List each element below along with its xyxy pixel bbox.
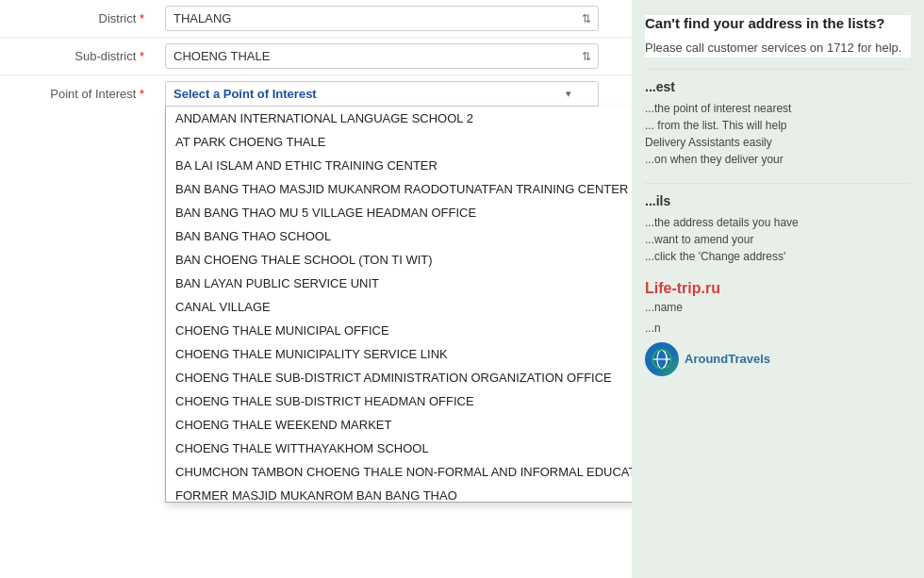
- poi-list-item[interactable]: CHOENG THALE SUB-DISTRICT HEADMAN OFFICE: [166, 389, 632, 413]
- poi-list-item[interactable]: BAN BANG THAO MASJID MUKANROM RAODOTUNAT…: [166, 177, 632, 201]
- poi-list-item[interactable]: CHOENG THALE SUB-DISTRICT ADMINISTRATION…: [166, 366, 632, 389]
- cant-find-title: Can't find your address in the lists?: [645, 15, 911, 31]
- poi-list-item[interactable]: CHOENG THALE MUNICIPALITY SERVICE LINK: [166, 342, 632, 366]
- district-field: THALANG ⇅: [156, 6, 632, 31]
- address-details-text: ...the address details you have ...want …: [645, 214, 911, 265]
- poi-help-text: ...the point of interest nearest ... fro…: [645, 100, 911, 168]
- cant-find-box: Can't find your address in the lists? Pl…: [645, 15, 911, 58]
- divider-1: [645, 69, 911, 70]
- poi-list-item[interactable]: BAN BANG THAO MU 5 VILLAGE HEADMAN OFFIC…: [166, 201, 632, 224]
- cant-find-text: Please call customer services on 1712 fo…: [645, 39, 911, 58]
- bottom-label: ...name: [645, 301, 911, 314]
- around-logo-icon: [651, 348, 673, 371]
- poi-help-title: ...est: [645, 79, 911, 94]
- left-panel: District * THALANG ⇅ Sub-district * CHOE…: [0, 0, 632, 578]
- poi-list-item[interactable]: BAN CHOENG THALE SCHOOL (TON TI WIT): [166, 248, 632, 272]
- poi-selected-text: Select a Point of Interest: [173, 87, 317, 101]
- poi-trigger-arrow-icon: ▾: [566, 88, 571, 100]
- district-select-wrapper: THALANG ⇅: [165, 6, 599, 31]
- poi-required-star: *: [140, 87, 144, 101]
- around-travels-text: AroundTravels: [685, 352, 770, 366]
- right-panel: Can't find your address in the lists? Pl…: [632, 0, 924, 578]
- poi-label-text: Point of Interest: [50, 87, 136, 101]
- poi-list-item[interactable]: ANDAMAN INTERNATIONAL LANGUAGE SCHOOL 2: [166, 107, 632, 130]
- poi-help-section: ...est ...the point of interest nearest …: [645, 79, 911, 168]
- poi-list-item[interactable]: BAN BANG THAO SCHOOL: [166, 224, 632, 248]
- divider-2: [645, 183, 911, 184]
- life-trip-brand: Life-trip.ru: [645, 280, 911, 297]
- address-details-title: ...ils: [645, 193, 911, 208]
- poi-list-item[interactable]: CHUMCHON TAMBON CHOENG THALE NON-FORMAL …: [166, 460, 632, 484]
- poi-dropdown-container: Select a Point of Interest ▾ ANDAMAN INT…: [165, 81, 599, 107]
- district-label-text: District: [99, 11, 137, 25]
- poi-dropdown-list: ANDAMAN INTERNATIONAL LANGUAGE SCHOOL 2A…: [165, 107, 632, 503]
- poi-list-item[interactable]: CHOENG THALE MUNICIPAL OFFICE: [166, 319, 632, 342]
- poi-dropdown-trigger[interactable]: Select a Point of Interest ▾: [165, 81, 599, 107]
- subdistrict-label: Sub-district *: [0, 43, 156, 63]
- subdistrict-label-text: Sub-district: [74, 49, 136, 63]
- subdistrict-row: Sub-district * CHOENG THALE ⇅: [0, 38, 632, 75]
- subdistrict-select[interactable]: CHOENG THALE: [165, 43, 599, 69]
- poi-list-item[interactable]: FORMER MASJID MUKANROM BAN BANG THAO: [166, 484, 632, 503]
- address-details-section: ...ils ...the address details you have .…: [645, 193, 911, 265]
- poi-list-item[interactable]: CANAL VILLAGE: [166, 295, 632, 319]
- poi-field: Select a Point of Interest ▾ ANDAMAN INT…: [156, 81, 632, 107]
- poi-list-item[interactable]: CHOENG THALE WEEKEND MARKET: [166, 413, 632, 437]
- poi-list-item[interactable]: AT PARK CHOENG THALE: [166, 130, 632, 154]
- subdistrict-field: CHOENG THALE ⇅: [156, 43, 632, 69]
- poi-list-item[interactable]: BAN LAYAN PUBLIC SERVICE UNIT: [166, 272, 632, 295]
- poi-row: Point of Interest * Select a Point of In…: [0, 75, 632, 112]
- poi-label: Point of Interest *: [0, 81, 156, 101]
- poi-list-item[interactable]: CHOENG THALE WITTHAYAKHOM SCHOOL: [166, 437, 632, 460]
- district-label: District *: [0, 6, 156, 25]
- poi-list-item[interactable]: BA LAI ISLAM AND ETHIC TRAINING CENTER: [166, 154, 632, 177]
- around-travels-logo: [645, 342, 679, 376]
- subdistrict-required-star: *: [140, 49, 144, 63]
- district-row: District * THALANG ⇅: [0, 0, 632, 38]
- around-travels-section: AroundTravels: [645, 342, 911, 376]
- subdistrict-select-wrapper: CHOENG THALE ⇅: [165, 43, 599, 69]
- district-select[interactable]: THALANG: [165, 6, 599, 31]
- district-required-star: *: [140, 11, 144, 25]
- bottom-text: ...n: [645, 322, 911, 335]
